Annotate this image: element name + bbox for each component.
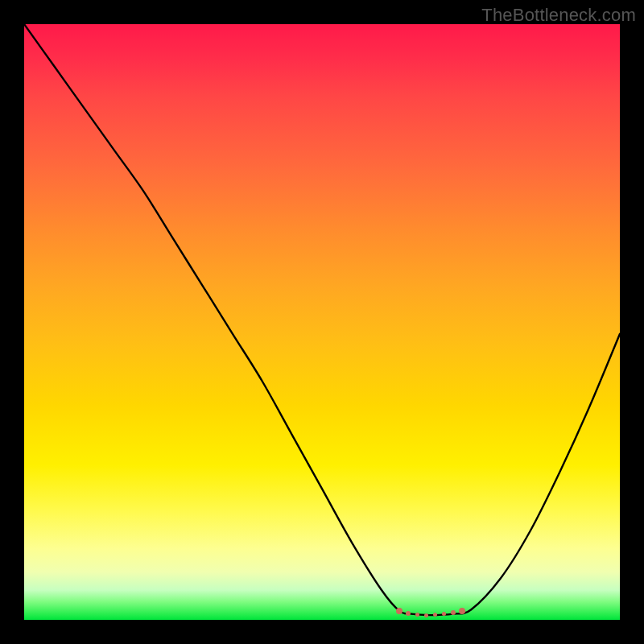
curve-layer [24,24,620,620]
bottleneck-curve [24,24,620,615]
chart-frame: TheBottleneck.com [0,0,644,644]
watermark-text: TheBottleneck.com [481,5,636,26]
valley-marker [415,613,419,617]
valley-marker [424,613,428,617]
valley-marker [451,610,456,615]
valley-marker [459,608,465,614]
plot-area [24,24,620,620]
valley-marker [433,613,437,617]
